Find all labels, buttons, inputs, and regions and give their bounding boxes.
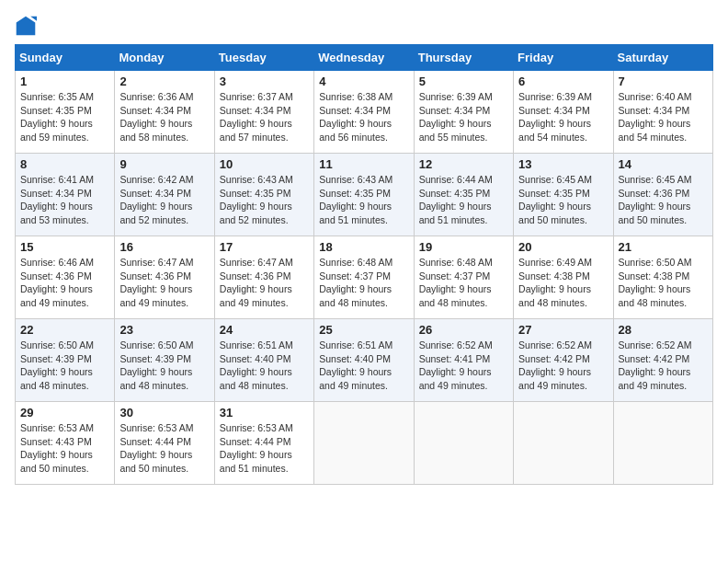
calendar-cell: 14Sunrise: 6:45 AMSunset: 4:36 PMDayligh… <box>613 154 712 236</box>
calendar-row: 1Sunrise: 6:35 AMSunset: 4:35 PMDaylight… <box>16 71 713 154</box>
day-info: Sunrise: 6:52 AMSunset: 4:42 PMDaylight:… <box>619 339 708 393</box>
day-info: Sunrise: 6:45 AMSunset: 4:36 PMDaylight:… <box>619 173 708 227</box>
day-number: 17 <box>220 240 309 254</box>
weekday-header: Tuesday <box>214 45 313 71</box>
calendar-header: SundayMondayTuesdayWednesdayThursdayFrid… <box>16 45 713 71</box>
calendar-cell: 12Sunrise: 6:44 AMSunset: 4:35 PMDayligh… <box>414 154 513 236</box>
calendar-cell: 26Sunrise: 6:52 AMSunset: 4:41 PMDayligh… <box>414 319 513 402</box>
day-number: 9 <box>119 157 209 171</box>
day-info: Sunrise: 6:53 AMSunset: 4:44 PMDaylight:… <box>220 421 309 476</box>
calendar-cell: 10Sunrise: 6:43 AMSunset: 4:35 PMDayligh… <box>214 154 313 236</box>
day-info: Sunrise: 6:40 AMSunset: 4:34 PMDaylight:… <box>619 90 708 144</box>
day-number: 30 <box>119 406 209 419</box>
day-number: 24 <box>220 323 309 337</box>
day-number: 18 <box>319 240 408 254</box>
day-number: 12 <box>419 157 508 171</box>
day-info: Sunrise: 6:51 AMSunset: 4:40 PMDaylight:… <box>319 339 408 393</box>
calendar-cell: 13Sunrise: 6:45 AMSunset: 4:35 PMDayligh… <box>514 154 613 236</box>
weekday-header: Friday <box>514 45 613 71</box>
day-info: Sunrise: 6:39 AMSunset: 4:34 PMDaylight:… <box>419 90 508 144</box>
calendar-cell <box>514 402 613 485</box>
calendar-cell: 28Sunrise: 6:52 AMSunset: 4:42 PMDayligh… <box>613 319 712 402</box>
day-info: Sunrise: 6:53 AMSunset: 4:43 PMDaylight:… <box>20 421 109 476</box>
calendar-cell: 8Sunrise: 6:41 AMSunset: 4:34 PMDaylight… <box>16 154 115 236</box>
day-info: Sunrise: 6:35 AMSunset: 4:35 PMDaylight:… <box>20 90 109 144</box>
calendar-cell: 19Sunrise: 6:48 AMSunset: 4:37 PMDayligh… <box>414 236 513 319</box>
day-info: Sunrise: 6:50 AMSunset: 4:39 PMDaylight:… <box>119 339 209 393</box>
calendar-row: 29Sunrise: 6:53 AMSunset: 4:43 PMDayligh… <box>16 402 713 485</box>
calendar-cell: 18Sunrise: 6:48 AMSunset: 4:37 PMDayligh… <box>314 236 414 319</box>
logo <box>15 15 40 37</box>
calendar-cell: 3Sunrise: 6:37 AMSunset: 4:34 PMDaylight… <box>214 71 313 154</box>
day-number: 1 <box>20 75 109 88</box>
day-number: 21 <box>619 240 708 254</box>
day-number: 19 <box>419 240 508 254</box>
day-info: Sunrise: 6:44 AMSunset: 4:35 PMDaylight:… <box>419 173 508 227</box>
day-info: Sunrise: 6:36 AMSunset: 4:34 PMDaylight:… <box>119 90 209 144</box>
day-number: 5 <box>419 75 508 88</box>
calendar-cell: 29Sunrise: 6:53 AMSunset: 4:43 PMDayligh… <box>16 402 115 485</box>
calendar-cell: 20Sunrise: 6:49 AMSunset: 4:38 PMDayligh… <box>514 236 613 319</box>
calendar-cell: 25Sunrise: 6:51 AMSunset: 4:40 PMDayligh… <box>314 319 414 402</box>
day-info: Sunrise: 6:50 AMSunset: 4:39 PMDaylight:… <box>20 339 109 393</box>
day-info: Sunrise: 6:41 AMSunset: 4:34 PMDaylight:… <box>20 173 109 227</box>
day-info: Sunrise: 6:48 AMSunset: 4:37 PMDaylight:… <box>319 256 408 310</box>
day-number: 13 <box>518 157 608 171</box>
day-info: Sunrise: 6:39 AMSunset: 4:34 PMDaylight:… <box>518 90 608 144</box>
day-info: Sunrise: 6:46 AMSunset: 4:36 PMDaylight:… <box>20 256 109 310</box>
day-info: Sunrise: 6:49 AMSunset: 4:38 PMDaylight:… <box>518 256 608 310</box>
calendar-cell: 2Sunrise: 6:36 AMSunset: 4:34 PMDaylight… <box>115 71 214 154</box>
calendar-cell: 22Sunrise: 6:50 AMSunset: 4:39 PMDayligh… <box>16 319 115 402</box>
day-info: Sunrise: 6:47 AMSunset: 4:36 PMDaylight:… <box>220 256 309 310</box>
day-info: Sunrise: 6:52 AMSunset: 4:41 PMDaylight:… <box>419 339 508 393</box>
day-number: 11 <box>319 157 408 171</box>
weekday-header: Wednesday <box>314 45 414 71</box>
weekday-header: Saturday <box>613 45 712 71</box>
day-number: 7 <box>619 75 708 88</box>
day-number: 23 <box>119 323 209 337</box>
day-number: 3 <box>220 75 309 88</box>
day-number: 25 <box>319 323 408 337</box>
day-info: Sunrise: 6:53 AMSunset: 4:44 PMDaylight:… <box>119 421 209 476</box>
day-info: Sunrise: 6:45 AMSunset: 4:35 PMDaylight:… <box>518 173 608 227</box>
header <box>15 15 713 37</box>
logo-icon <box>15 15 37 37</box>
weekday-header: Thursday <box>414 45 513 71</box>
calendar-cell: 7Sunrise: 6:40 AMSunset: 4:34 PMDaylight… <box>613 71 712 154</box>
day-number: 29 <box>20 406 109 419</box>
day-number: 10 <box>220 157 309 171</box>
calendar-cell: 11Sunrise: 6:43 AMSunset: 4:35 PMDayligh… <box>314 154 414 236</box>
day-info: Sunrise: 6:50 AMSunset: 4:38 PMDaylight:… <box>619 256 708 310</box>
weekday-header: Sunday <box>16 45 115 71</box>
calendar-cell <box>613 402 712 485</box>
day-number: 27 <box>518 323 608 337</box>
day-number: 6 <box>518 75 608 88</box>
day-number: 20 <box>518 240 608 254</box>
day-number: 22 <box>20 323 109 337</box>
svg-marker-0 <box>17 17 36 36</box>
calendar-cell: 24Sunrise: 6:51 AMSunset: 4:40 PMDayligh… <box>214 319 313 402</box>
calendar-table: SundayMondayTuesdayWednesdayThursdayFrid… <box>15 44 713 485</box>
weekday-header: Monday <box>115 45 214 71</box>
day-info: Sunrise: 6:38 AMSunset: 4:34 PMDaylight:… <box>319 90 408 144</box>
day-info: Sunrise: 6:37 AMSunset: 4:34 PMDaylight:… <box>220 90 309 144</box>
calendar-row: 8Sunrise: 6:41 AMSunset: 4:34 PMDaylight… <box>16 154 713 236</box>
day-number: 26 <box>419 323 508 337</box>
calendar-cell: 6Sunrise: 6:39 AMSunset: 4:34 PMDaylight… <box>514 71 613 154</box>
day-number: 8 <box>20 157 109 171</box>
day-number: 31 <box>220 406 309 419</box>
calendar-cell: 5Sunrise: 6:39 AMSunset: 4:34 PMDaylight… <box>414 71 513 154</box>
calendar-cell: 9Sunrise: 6:42 AMSunset: 4:34 PMDaylight… <box>115 154 214 236</box>
calendar-cell <box>314 402 414 485</box>
calendar-cell: 17Sunrise: 6:47 AMSunset: 4:36 PMDayligh… <box>214 236 313 319</box>
calendar-row: 22Sunrise: 6:50 AMSunset: 4:39 PMDayligh… <box>16 319 713 402</box>
calendar-row: 15Sunrise: 6:46 AMSunset: 4:36 PMDayligh… <box>16 236 713 319</box>
day-info: Sunrise: 6:42 AMSunset: 4:34 PMDaylight:… <box>119 173 209 227</box>
calendar-cell: 16Sunrise: 6:47 AMSunset: 4:36 PMDayligh… <box>115 236 214 319</box>
day-number: 14 <box>619 157 708 171</box>
calendar-cell: 30Sunrise: 6:53 AMSunset: 4:44 PMDayligh… <box>115 402 214 485</box>
day-number: 28 <box>619 323 708 337</box>
calendar-cell <box>414 402 513 485</box>
day-info: Sunrise: 6:48 AMSunset: 4:37 PMDaylight:… <box>419 256 508 310</box>
calendar-cell: 23Sunrise: 6:50 AMSunset: 4:39 PMDayligh… <box>115 319 214 402</box>
